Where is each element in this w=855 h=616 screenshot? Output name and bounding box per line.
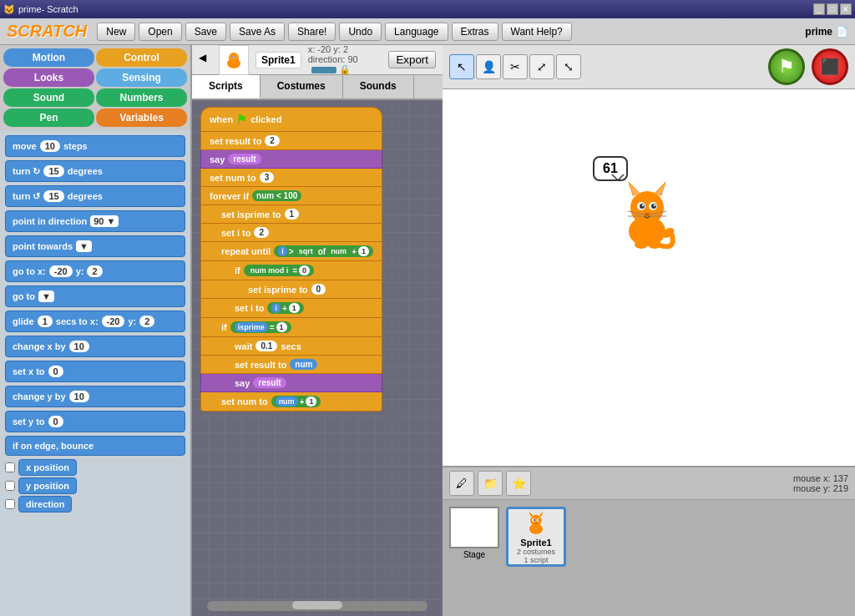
duplicate-tool[interactable]: 👤 bbox=[476, 54, 501, 79]
if-isprime-block[interactable]: if isprime = 1 bbox=[200, 318, 382, 337]
say-result-2-block[interactable]: say result bbox=[200, 374, 382, 392]
stage-toolbar: ↖ 👤 ✂ ⤢ ⤡ ⚑ ⬛ bbox=[443, 45, 855, 89]
collapse-button[interactable]: ◀ bbox=[199, 52, 215, 68]
cursor-tool[interactable]: ↖ bbox=[449, 54, 474, 79]
save-as-button[interactable]: Save As bbox=[230, 23, 285, 41]
forever-if-block[interactable]: forever if num < 100 bbox=[200, 187, 382, 205]
set-isprime-1-block[interactable]: set isprime to 1 bbox=[200, 205, 382, 224]
set-num-inc-block[interactable]: set num to num + 1 bbox=[200, 392, 382, 412]
glide-block[interactable]: glide 1 secs to x: -20 y: 2 bbox=[5, 311, 185, 332]
wait-block[interactable]: wait 0.1 secs bbox=[200, 337, 382, 356]
glide-secs-value[interactable]: 1 bbox=[38, 316, 53, 327]
change-y-block[interactable]: change y by 10 bbox=[5, 386, 185, 407]
say-result-block[interactable]: say result bbox=[200, 150, 382, 169]
restore-button[interactable]: □ bbox=[827, 3, 838, 15]
h-scrollbar[interactable] bbox=[200, 599, 434, 613]
new-sprite-button[interactable]: 🖊 bbox=[449, 471, 474, 496]
move-block[interactable]: move 10 steps bbox=[5, 135, 185, 157]
export-button[interactable]: Export bbox=[388, 51, 436, 68]
grow-tool[interactable]: ⤢ bbox=[529, 54, 554, 79]
set-y-block[interactable]: set y to 0 bbox=[5, 411, 185, 432]
open-button[interactable]: Open bbox=[139, 23, 181, 41]
goto-y-value[interactable]: 2 bbox=[87, 265, 102, 277]
shrink-tool[interactable]: ⤡ bbox=[556, 54, 581, 79]
stage-thumbnail[interactable]: Stage bbox=[449, 507, 499, 609]
new-button[interactable]: New bbox=[97, 23, 135, 41]
set-result-num-block[interactable]: set result to num bbox=[200, 356, 382, 374]
save-button[interactable]: Save bbox=[185, 23, 226, 41]
go-to-xy-block[interactable]: go to x: -20 y: 2 bbox=[5, 260, 185, 282]
result-val[interactable]: 2 bbox=[265, 135, 280, 146]
when-clicked-block[interactable]: when ⚑ clicked bbox=[200, 107, 382, 132]
scripts-canvas[interactable]: when ⚑ clicked set result to 2 say resul… bbox=[192, 100, 443, 616]
category-sound[interactable]: Sound bbox=[3, 88, 94, 107]
help-button[interactable]: Want Help? bbox=[502, 23, 572, 41]
share-button[interactable]: Share! bbox=[288, 23, 336, 41]
towards-dropdown[interactable]: ▼ bbox=[76, 240, 92, 252]
go-to-block[interactable]: go to ▼ bbox=[5, 285, 185, 307]
surprise-sprite-button[interactable]: ⭐ bbox=[506, 471, 531, 496]
turn-ccw-value[interactable]: 15 bbox=[43, 190, 63, 202]
point-direction-block[interactable]: point in direction 90 ▼ bbox=[5, 210, 185, 232]
category-numbers[interactable]: Numbers bbox=[96, 88, 187, 107]
language-button[interactable]: Language bbox=[385, 23, 448, 41]
point-towards-block[interactable]: point towards ▼ bbox=[5, 235, 185, 257]
edge-bounce-block[interactable]: if on edge, bounce bbox=[5, 436, 185, 456]
set-y-value[interactable]: 0 bbox=[48, 416, 63, 427]
turn-ccw-block[interactable]: turn ↺ 15 degrees bbox=[5, 185, 185, 207]
set-isprime-0-block[interactable]: set isprime to 0 bbox=[200, 280, 382, 299]
cut-tool[interactable]: ✂ bbox=[503, 54, 528, 79]
extras-button[interactable]: Extras bbox=[452, 23, 498, 41]
stop-button[interactable]: ⬛ bbox=[812, 48, 848, 85]
isprime-0-val[interactable]: 0 bbox=[311, 284, 326, 295]
set-x-block[interactable]: set x to 0 bbox=[5, 361, 185, 382]
tab-costumes[interactable]: Costumes bbox=[261, 75, 343, 98]
glide-x-value[interactable]: -20 bbox=[102, 316, 125, 327]
category-variables[interactable]: Variables bbox=[96, 109, 187, 127]
minimize-button[interactable]: _ bbox=[813, 3, 825, 15]
turn-cw-block[interactable]: turn ↻ 15 degrees bbox=[5, 160, 185, 182]
y-position-checkbox[interactable] bbox=[5, 481, 15, 491]
tab-scripts[interactable]: Scripts bbox=[192, 75, 261, 98]
if-mod-block[interactable]: if num mod i = 0 bbox=[200, 261, 382, 280]
move-steps-value[interactable]: 10 bbox=[40, 140, 60, 152]
green-flag-button[interactable]: ⚑ bbox=[768, 48, 805, 85]
y-position-block[interactable]: y position bbox=[18, 477, 77, 494]
direction-block[interactable]: direction bbox=[18, 496, 72, 512]
isprime-1-val[interactable]: 1 bbox=[285, 209, 300, 220]
num-val[interactable]: 3 bbox=[260, 172, 275, 183]
goto-x-value[interactable]: -20 bbox=[49, 265, 73, 277]
turn-cw-value[interactable]: 15 bbox=[43, 165, 63, 177]
sprite1-thumbnail[interactable]: Sprite1 2 costumes 1 script bbox=[506, 507, 566, 567]
change-x-value[interactable]: 10 bbox=[69, 341, 89, 352]
category-looks[interactable]: Looks bbox=[3, 68, 94, 87]
set-result-block[interactable]: set result to 2 bbox=[200, 132, 382, 150]
wait-val[interactable]: 0.1 bbox=[255, 341, 277, 351]
svg-point-5 bbox=[235, 56, 236, 58]
x-position-block[interactable]: x position bbox=[18, 459, 77, 476]
category-motion[interactable]: Motion bbox=[3, 48, 94, 67]
left-panel: Motion Control Looks Sensing Sound Numbe… bbox=[0, 45, 192, 616]
goto-dropdown[interactable]: ▼ bbox=[38, 290, 54, 302]
x-position-checkbox[interactable] bbox=[5, 462, 15, 472]
direction-checkbox[interactable] bbox=[5, 499, 15, 509]
set-i-2-block[interactable]: set i to 2 bbox=[200, 224, 382, 242]
sprite-name[interactable]: Sprite1 bbox=[255, 52, 301, 68]
change-y-value[interactable]: 10 bbox=[69, 391, 89, 402]
glide-y-value[interactable]: 2 bbox=[139, 316, 154, 327]
set-num-block[interactable]: set num to 3 bbox=[200, 169, 382, 187]
open-sprite-button[interactable]: 📁 bbox=[478, 471, 503, 496]
category-sensing[interactable]: Sensing bbox=[96, 68, 187, 87]
close-button[interactable]: ✕ bbox=[840, 3, 852, 15]
tab-sounds[interactable]: Sounds bbox=[343, 75, 414, 98]
change-x-block[interactable]: change x by 10 bbox=[5, 336, 185, 357]
category-pen[interactable]: Pen bbox=[3, 109, 94, 127]
category-control[interactable]: Control bbox=[96, 48, 187, 67]
undo-button[interactable]: Undo bbox=[339, 23, 382, 41]
set-i-inc-block[interactable]: set i to i + 1 bbox=[200, 299, 382, 318]
set-x-value[interactable]: 0 bbox=[48, 366, 63, 377]
cat-sprite[interactable] bbox=[610, 173, 685, 259]
repeat-until-block[interactable]: repeat until i > sqrt of num + 1 bbox=[200, 242, 382, 261]
i-2-val[interactable]: 2 bbox=[254, 227, 269, 238]
direction-dropdown[interactable]: 90 ▼ bbox=[90, 215, 119, 227]
